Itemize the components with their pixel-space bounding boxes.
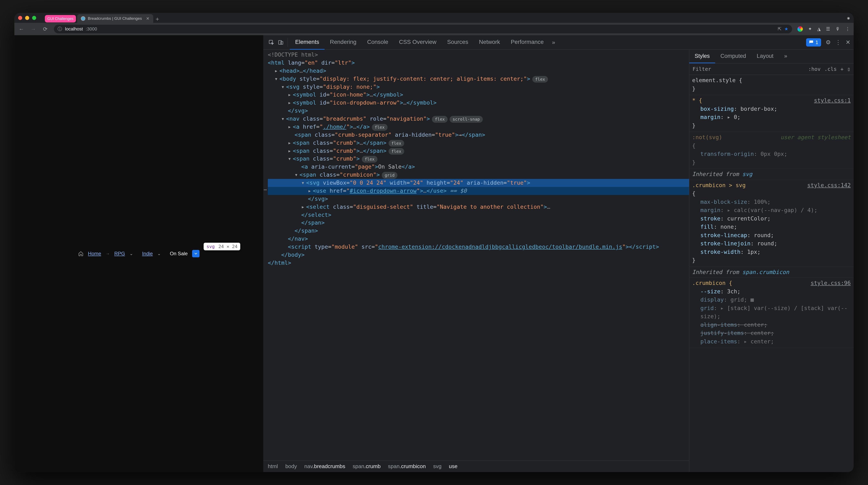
minimize-window[interactable] <box>25 16 29 20</box>
inspect-icon[interactable] <box>267 38 276 47</box>
share-icon[interactable]: ⇱ <box>778 26 781 32</box>
styles-filter-bar: Filter :hov .cls + ▯ <box>689 63 854 75</box>
more-tabs-icon[interactable]: » <box>549 39 558 46</box>
home-icon <box>78 251 84 256</box>
svg-rect-2 <box>281 41 283 44</box>
url-host: localhost <box>65 26 83 32</box>
device-toggle-icon[interactable] <box>276 38 285 47</box>
elements-panel: <!DOCTYPE html> <html lang="en" dir="ltr… <box>263 50 689 472</box>
issues-count: 1 <box>815 39 818 45</box>
styles-tabs: Styles Computed Layout » <box>689 50 854 63</box>
url-input[interactable]: ⓘ localhost:3000 ⇱ ★ <box>54 25 792 33</box>
svg-rect-1 <box>279 40 282 44</box>
new-tab-button[interactable]: ＋ <box>153 15 161 23</box>
close-icon[interactable]: ✕ <box>845 39 850 46</box>
bookmark-icon[interactable]: ★ <box>784 26 788 32</box>
tab-css-overview[interactable]: CSS Overview <box>394 35 442 50</box>
tab-label: GUI Challenges <box>47 17 73 21</box>
tab-elements[interactable]: Elements <box>290 35 324 50</box>
tabs-row: GUI Challenges 🌐 Breadcrumbs | GUI Chall… <box>45 13 844 23</box>
profile-icon[interactable]: ◮ <box>817 26 821 32</box>
tab-layout[interactable]: Layout <box>751 50 779 63</box>
toolbar-right: ✦ ◮ ☰ 🎙 ⋮ <box>798 26 850 32</box>
filter-input[interactable]: Filter <box>692 66 805 72</box>
chevron-down-icon[interactable]: ⌄ <box>157 251 161 256</box>
crumb-on-sale: On Sale <box>170 251 188 257</box>
tab-sources[interactable]: Sources <box>442 35 474 50</box>
devtools: Elements Rendering Console CSS Overview … <box>263 35 854 472</box>
gear-icon[interactable]: ⚙ <box>826 39 831 46</box>
crumb-indie[interactable]: Indie <box>142 251 153 257</box>
globe-icon: 🌐 <box>81 16 85 21</box>
styles-panel: Styles Computed Layout » Filter :hov .cl… <box>689 50 854 472</box>
crumb-separator: → <box>106 251 110 256</box>
breadcrumbs: Home → RPG ⌄ Indie ⌄ On Sale <box>78 250 200 257</box>
crumb-home[interactable]: Home <box>88 251 101 257</box>
devtools-toolbar: Elements Rendering Console CSS Overview … <box>263 35 854 50</box>
titlebar: GUI Challenges 🌐 Breadcrumbs | GUI Chall… <box>14 13 854 23</box>
info-icon[interactable]: ⓘ <box>58 26 62 32</box>
dom-tree[interactable]: <!DOCTYPE html> <html lang="en" dir="ltr… <box>263 50 689 460</box>
style-rules[interactable]: element.style { } * {style.css:1 box-siz… <box>689 75 854 472</box>
more-tabs-icon[interactable]: » <box>779 50 793 63</box>
pane-icon[interactable]: ▯ <box>847 66 850 72</box>
reading-list-icon[interactable]: ☰ <box>826 26 830 32</box>
devtools-body: <!DOCTYPE html> <html lang="en" dir="ltr… <box>263 50 854 472</box>
tooltip-dim: 24 × 24 <box>218 244 238 249</box>
reload-button[interactable]: ⟳ <box>42 26 49 32</box>
forward-button[interactable]: → <box>30 26 37 32</box>
window-controls[interactable] <box>18 16 36 20</box>
add-rule-button[interactable]: + <box>840 66 843 72</box>
inspector-tooltip: svg 24 × 24 <box>204 243 240 250</box>
close-window[interactable] <box>18 16 22 20</box>
page-pane: svg 24 × 24 Home → RPG ⌄ Indie ⌄ On Sale <box>14 35 263 472</box>
dom-breadcrumb-trail[interactable]: html body nav.breadcrumbs span.crumb spa… <box>263 460 689 472</box>
extension-indicator-icon[interactable]: ◉ <box>847 16 850 20</box>
tab-rendering[interactable]: Rendering <box>324 35 362 50</box>
tab-performance[interactable]: Performance <box>505 35 549 50</box>
hov-toggle[interactable]: :hov <box>808 66 820 72</box>
kebab-icon[interactable]: ⋮ <box>845 26 850 32</box>
content-split: svg 24 × 24 Home → RPG ⌄ Indie ⌄ On Sale <box>14 35 854 472</box>
tab-network[interactable]: Network <box>473 35 505 50</box>
url-port: :3000 <box>86 26 97 32</box>
devtools-tabs: Elements Rendering Console CSS Overview … <box>290 35 549 50</box>
extensions-icon[interactable]: ✦ <box>808 26 812 32</box>
address-bar: ← → ⟳ ⓘ localhost:3000 ⇱ ★ ✦ ◮ ☰ 🎙 ⋮ <box>14 23 854 35</box>
colorwheel-icon[interactable] <box>798 26 803 32</box>
browser-window: GUI Challenges 🌐 Breadcrumbs | GUI Chall… <box>14 13 854 472</box>
tab-breadcrumbs[interactable]: 🌐 Breadcrumbs | GUI Challenges ✕ <box>77 14 153 23</box>
tab-computed[interactable]: Computed <box>715 50 751 63</box>
tab-styles[interactable]: Styles <box>689 50 715 63</box>
tooltip-tag: svg <box>207 244 215 249</box>
close-icon[interactable]: ✕ <box>146 16 150 21</box>
tab-label: Breadcrumbs | GUI Challenges <box>88 16 142 21</box>
tab-console[interactable]: Console <box>362 35 394 50</box>
crumb-rpg[interactable]: RPG <box>114 251 125 257</box>
back-button[interactable]: ← <box>18 26 25 32</box>
mic-icon[interactable]: 🎙 <box>836 26 840 32</box>
kebab-icon[interactable]: ⋮ <box>835 39 841 46</box>
dropdown-icon-highlighted[interactable] <box>192 250 199 257</box>
cls-toggle[interactable]: .cls <box>825 66 837 72</box>
maximize-window[interactable] <box>32 16 36 20</box>
issues-badge[interactable]: 1 <box>806 38 821 47</box>
tab-gui-challenges[interactable]: GUI Challenges <box>45 15 76 23</box>
chevron-down-icon[interactable]: ⌄ <box>130 251 133 256</box>
